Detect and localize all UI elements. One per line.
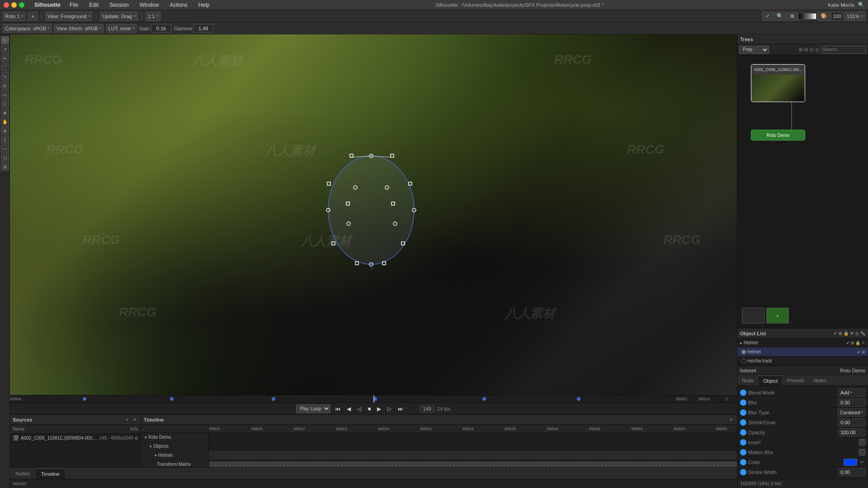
viewer-thumb-2[interactable]: ● [766,308,789,324]
prop-tab-node[interactable]: Node [737,375,759,385]
prop-anim-dot-blur-type[interactable] [740,409,746,416]
menu-window[interactable]: Window [138,1,161,9]
trees-tool-btn-4[interactable]: ◎ [815,47,819,52]
play-forward-button[interactable]: ▶ [375,405,383,413]
prop-value-opacity[interactable]: 100.00 [838,428,865,436]
obj-list-btn-1[interactable]: ✔ [834,331,837,336]
go-end-button[interactable]: ⏭ [396,405,405,413]
tool-pen[interactable]: ✏ [1,54,9,62]
trees-tool-btn-3[interactable]: ⊡ [810,47,813,52]
prop-anim-dot-invert[interactable] [740,439,746,446]
gain-input[interactable] [151,24,171,33]
close-button[interactable] [4,2,9,8]
track-helmet[interactable]: ▾ Helmet [141,451,737,460]
maximize-button[interactable] [19,2,24,8]
tool-magnet[interactable]: ◎ [1,81,9,89]
prop-value-blur[interactable]: 0.00 [838,399,865,407]
roto-node[interactable]: Roto Demo [751,130,805,141]
viewer-color-btn[interactable]: 🎨 [817,12,830,21]
obj-shape-lock[interactable]: ⊞ [862,350,865,354]
gamma-input[interactable] [193,24,213,33]
viewer-thumb-1[interactable] [742,308,764,324]
menu-session[interactable]: Session [108,1,131,9]
prop-tab-notes[interactable]: Notes [809,375,831,385]
sources-close-btn[interactable]: ✕ [132,417,138,422]
prop-value-blend-mode[interactable]: Add▾ [838,389,865,397]
zoom-percent-dropdown[interactable]: 131%▾ [844,12,865,21]
go-start-button[interactable]: ⏮ [333,405,342,413]
viewer-compare-btn[interactable]: ⊞ [787,12,797,21]
prop-value-stroke-width[interactable]: 0.00 [838,468,865,476]
tool-ellipse[interactable]: ○ [1,145,9,153]
tool-bezier[interactable]: ⌒ [1,63,9,71]
prop-anim-dot-motion-blur[interactable] [740,449,746,455]
obj-color-icon[interactable]: 👁 [861,341,865,345]
tool-mask[interactable]: ▭ [1,90,9,99]
node-canvas[interactable]: A002_C006_11081C (00... Roto Demo ● [737,55,868,328]
menu-help[interactable]: Help [197,1,212,9]
tool-bspline[interactable]: ∿ [1,72,9,80]
tool-rect[interactable]: ▯ [1,136,9,144]
obj-list-btn-4[interactable]: 👁 [850,331,854,336]
source-node[interactable]: A002_C006_11081C (00... [751,64,805,102]
colorspace-dropdown[interactable]: Colorspace: sRGB▾ [3,24,52,33]
obj-lock-icon[interactable]: ⊞ [851,341,854,345]
prop-tab-object[interactable]: Object [759,375,783,385]
menu-file[interactable]: File [68,1,80,9]
tab-nodes[interactable]: Nodes [10,468,36,479]
obj-list-btn-3[interactable]: 🔒 [844,331,849,336]
track-roto-demo[interactable]: ▾ Roto Demo [141,433,737,442]
frame-ruler[interactable]: 99804 99952 99914 1 [10,395,737,403]
tab-timeline[interactable]: Timeline [36,468,66,479]
viewer-zoom-btn[interactable]: 🔍 [774,12,786,21]
track-transform-matrix[interactable]: Transform:Matrix [141,460,737,467]
tool-arrow[interactable]: ↗ [1,45,9,53]
step-forward-button[interactable]: ▷ [386,405,393,413]
prop-value-motion-blur[interactable]: ☐ [859,449,865,455]
play-mode-select[interactable]: Play: Loop [296,404,330,413]
menu-edit[interactable]: Edit [87,1,100,9]
prop-anim-dot-opacity[interactable] [740,429,746,436]
sources-add-btn[interactable]: + [124,417,130,422]
obj-item-helmet-group[interactable]: ▸ Helmet ✔ ⊞ 🔒 👁 [737,338,868,347]
trees-search-input[interactable] [821,46,866,54]
obj-shape-eye[interactable]: ✔ [857,350,861,354]
prop-value-color[interactable] [844,459,857,466]
tool-hand[interactable]: ✋ [1,117,9,126]
prop-value-blur-type[interactable]: Centered▾ [838,408,865,417]
prop-tab-presets[interactable]: Presets [783,375,809,385]
view-xform-dropdown[interactable]: View Xform: sRGB▾ [54,24,104,33]
tool-feather[interactable]: ◻ [1,154,9,162]
menu-actions[interactable]: Actions [168,1,189,9]
stop-button[interactable]: ■ [366,405,373,413]
tool-paint[interactable]: ⬡ [1,99,9,108]
prop-value-invert[interactable]: ☐ [859,439,865,446]
obj-list-btn-6[interactable]: 🔧 [860,331,865,336]
obj-item-helmet-shape[interactable]: helmet ✔ ⊞ [737,347,868,357]
obj-vis-icon[interactable]: 🔒 [855,341,860,345]
lut-dropdown[interactable]: LUT: none▾ [106,24,137,33]
trees-preset-select[interactable]: Prep [739,46,769,54]
obj-list-btn-5[interactable]: ◎ [855,331,859,336]
search-icon[interactable]: 🔍 [858,2,864,8]
prop-anim-dot-blend[interactable] [740,389,746,396]
prop-color-edit-btn[interactable]: ✏ [859,460,865,465]
tool-zoom[interactable]: ⊕ [1,127,9,135]
viewer-fit-btn[interactable]: ⤢ [762,12,773,21]
obj-list-btn-2[interactable]: ⊞ [839,331,842,336]
tool-transform[interactable]: ⊞ [1,163,9,171]
viewport[interactable]: RRCG 八人素材 RRCG RRCG 八人素材 RRCG RRCG 八人素材 … [10,34,737,467]
track-objects[interactable]: ▾ Objects [141,442,737,451]
trees-tool-btn-1[interactable]: ⊞ [799,47,802,52]
obj-eye-icon[interactable]: ✔ [846,341,850,345]
update-select-dropdown[interactable]: Update: Drag▾ [100,12,137,21]
roto-select-dropdown[interactable]: Roto 1▾ [3,12,25,21]
tool-eyedropper[interactable]: ◈ [1,108,9,117]
obj-item-mocha-track[interactable]: mocha track [737,357,868,366]
tool-select[interactable]: ↖ [1,36,9,44]
prop-anim-dot-stroke-width[interactable] [740,469,746,475]
zoom-select-dropdown[interactable]: 1:1▾ [146,12,160,21]
play-back-button[interactable]: ◁ [355,405,363,413]
prop-anim-dot-shrink[interactable] [740,419,746,426]
view-select-dropdown[interactable]: View: Foreground▾ [45,12,93,21]
